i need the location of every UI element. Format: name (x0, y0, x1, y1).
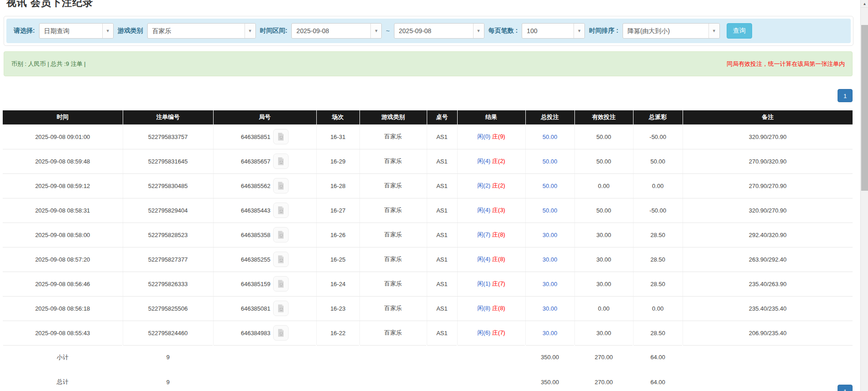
header-payout: 总派彩 (633, 110, 683, 124)
page-size-value: 100 (522, 24, 574, 38)
film-file-icon (276, 328, 285, 337)
date-to-value: 2025-09-08 (394, 24, 473, 38)
cell-valid-bet: 30.00 (574, 272, 633, 296)
cell-total-bet: 30.00 (525, 272, 574, 296)
page-size-label: 每页笔数 : (489, 27, 518, 35)
film-file-icon (276, 132, 285, 141)
replay-video-button[interactable] (273, 203, 289, 218)
grand-total-total-bet: 350.00 (525, 370, 574, 391)
page-1-button-bottom[interactable]: 1 (838, 385, 853, 391)
chevron-down-icon[interactable]: ▼ (473, 24, 484, 38)
chevron-down-icon[interactable]: ▼ (574, 24, 584, 38)
total-bet-link[interactable]: 30.00 (543, 281, 558, 287)
replay-video-button[interactable] (273, 276, 289, 292)
film-file-icon (276, 157, 285, 166)
film-file-icon (276, 206, 285, 215)
total-bet-link[interactable]: 30.00 (543, 305, 558, 312)
table-row: 2025-09-08 08:56:46 522795826333 6463851… (3, 272, 853, 296)
result-banker: 庄(7) (492, 329, 505, 336)
cell-total-bet: 50.00 (525, 173, 574, 198)
grand-total-row: 总计 9 350.00 270.00 64.00 (3, 370, 853, 391)
film-file-icon (276, 304, 285, 313)
round-id-value: 646385562 (241, 183, 270, 189)
cell-valid-bet: 50.00 (574, 124, 633, 149)
cell-payout: -50.00 (633, 124, 683, 149)
cell-table-no: AS1 (427, 198, 457, 223)
chevron-down-icon[interactable]: ▼ (370, 24, 381, 38)
result-player: 闲(4) (477, 207, 490, 213)
cell-time: 2025-09-08 08:58:00 (3, 223, 123, 247)
cell-total-bet: 50.00 (525, 198, 574, 223)
chevron-down-icon[interactable]: ▼ (708, 24, 719, 38)
cell-valid-bet: 50.00 (574, 198, 633, 223)
date-from-picker[interactable]: 2025-09-08 ▼ (291, 23, 382, 39)
query-button[interactable]: 查询 (727, 23, 752, 39)
total-bet-link[interactable]: 50.00 (543, 134, 558, 140)
result-player: 闲(0) (477, 133, 490, 140)
film-file-icon (276, 255, 285, 264)
total-bet-link[interactable]: 50.00 (543, 183, 558, 189)
table-row: 2025-09-08 08:59:12 522795830485 6463855… (3, 173, 853, 198)
cell-remark: 206.90/235.40 (683, 321, 853, 345)
table-row: 2025-09-08 08:56:18 522795825506 6463850… (3, 296, 853, 321)
query-type-value: 日期查询 (40, 24, 102, 38)
total-bet-link[interactable]: 30.00 (543, 256, 558, 263)
cell-remark: 320.90/270.90 (683, 198, 853, 223)
chevron-down-icon[interactable]: ▼ (244, 24, 255, 38)
cell-round-id: 646384983 (213, 321, 316, 345)
summary-bar: 币别 : 人民币 | 总共 :9 注单 | 同局有效投注，统一计算在该局第一张注… (4, 51, 853, 76)
cell-valid-bet: 0.00 (574, 173, 633, 198)
round-id-value: 646385159 (241, 281, 270, 287)
replay-video-button[interactable] (273, 252, 289, 267)
round-id-value: 646385851 (241, 134, 270, 140)
cell-remark: 270.90/320.90 (683, 149, 853, 173)
result-banker: 庄(8) (492, 305, 505, 312)
cell-total-bet: 50.00 (525, 124, 574, 149)
total-bet-link[interactable]: 50.00 (543, 207, 558, 214)
cell-time: 2025-09-08 08:55:43 (3, 321, 123, 345)
replay-video-button[interactable] (273, 325, 289, 341)
total-bet-link[interactable]: 30.00 (543, 330, 558, 337)
scrollbar-thumb[interactable] (861, 25, 868, 191)
select-type-label: 请选择: (14, 27, 35, 35)
game-type-select[interactable]: 百家乐 ▼ (147, 23, 256, 39)
cell-round-id: 646385851 (213, 124, 316, 149)
cell-remark: 320.90/270.90 (683, 124, 853, 149)
replay-video-button[interactable] (273, 178, 289, 193)
chevron-down-icon[interactable]: ▼ (102, 24, 113, 38)
page-title: 视讯 会员下注纪录 (6, 0, 868, 10)
time-sort-select[interactable]: 降冪(由大到小) ▼ (623, 23, 720, 39)
cell-game-type: 百家乐 (359, 124, 427, 149)
film-file-icon (276, 230, 285, 239)
result-player: 闲(4) (477, 256, 490, 262)
result-player: 闲(2) (477, 182, 490, 189)
scroll-up-arrow-icon[interactable]: ▲ (861, 0, 868, 8)
cell-table-no: AS1 (427, 247, 457, 272)
result-player: 闲(4) (477, 158, 490, 164)
subtotal-payout: 64.00 (633, 345, 683, 370)
replay-video-button[interactable] (273, 153, 289, 169)
time-sort-value: 降冪(由大到小) (623, 24, 708, 38)
date-to-picker[interactable]: 2025-09-08 ▼ (394, 23, 484, 39)
query-type-select[interactable]: 日期查询 ▼ (39, 23, 114, 39)
table-row: 2025-09-08 09:01:00 522795833757 6463858… (3, 124, 853, 149)
cell-bet-id: 522795826333 (123, 272, 213, 296)
cell-result: 闲(7) 庄(8) (457, 223, 525, 247)
cell-table-no: AS1 (427, 149, 457, 173)
cell-remark: 292.40/320.90 (683, 223, 853, 247)
cell-time: 2025-09-08 08:56:46 (3, 272, 123, 296)
total-bet-link[interactable]: 50.00 (543, 158, 558, 165)
cell-round-id: 646385358 (213, 223, 316, 247)
cell-payout: 28.50 (633, 272, 683, 296)
page-size-select[interactable]: 100 ▼ (522, 23, 585, 39)
cell-time: 2025-09-08 08:59:12 (3, 173, 123, 198)
total-bet-link[interactable]: 30.00 (543, 232, 558, 238)
cell-game-type: 百家乐 (359, 149, 427, 173)
cell-payout: 28.50 (633, 247, 683, 272)
replay-video-button[interactable] (273, 227, 289, 243)
page-1-button[interactable]: 1 (838, 89, 853, 102)
vertical-scrollbar[interactable]: ▲ (860, 0, 868, 391)
header-bet-id: 注单编号 (123, 110, 213, 124)
replay-video-button[interactable] (273, 301, 289, 316)
replay-video-button[interactable] (273, 129, 289, 144)
